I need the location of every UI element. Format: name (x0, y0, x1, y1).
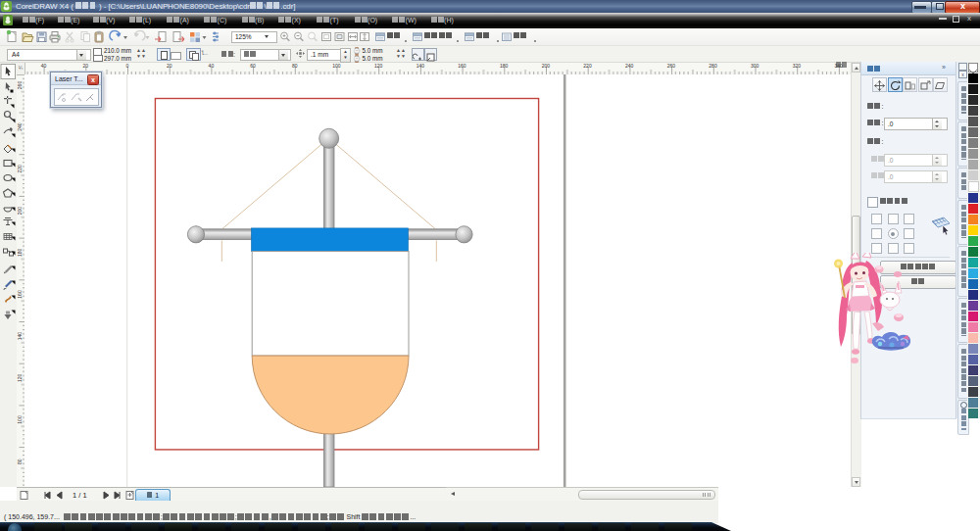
svg-text:220: 220 (583, 63, 592, 69)
svg-text:260: 260 (667, 63, 676, 69)
svg-text:160: 160 (458, 63, 466, 69)
svg-text:100: 100 (17, 415, 23, 424)
svg-text:80: 80 (292, 63, 298, 69)
svg-text:40: 40 (41, 63, 47, 69)
svg-text:220: 220 (17, 165, 23, 173)
svg-text:120: 120 (374, 63, 383, 69)
svg-text:80: 80 (17, 459, 23, 464)
svg-text:320: 320 (793, 63, 802, 69)
svg-text:300: 300 (751, 63, 760, 69)
svg-text:160: 160 (17, 290, 23, 299)
svg-text:40: 40 (209, 63, 215, 69)
svg-text:240: 240 (17, 122, 23, 131)
svg-text:240: 240 (625, 63, 634, 69)
svg-text:140: 140 (416, 63, 425, 69)
svg-text:260: 260 (17, 81, 23, 90)
svg-text:120: 120 (17, 373, 23, 382)
svg-text:180: 180 (500, 63, 509, 69)
svg-text:60: 60 (250, 63, 256, 69)
svg-text:20: 20 (83, 63, 89, 69)
svg-text:140: 140 (17, 332, 23, 341)
svg-text:100: 100 (332, 63, 341, 69)
svg-text:20: 20 (167, 63, 172, 69)
svg-text:200: 200 (542, 63, 551, 69)
svg-text:180: 180 (17, 248, 23, 257)
svg-text:280: 280 (709, 63, 717, 69)
svg-text:200: 200 (17, 207, 23, 216)
svg-text:0: 0 (126, 63, 129, 69)
